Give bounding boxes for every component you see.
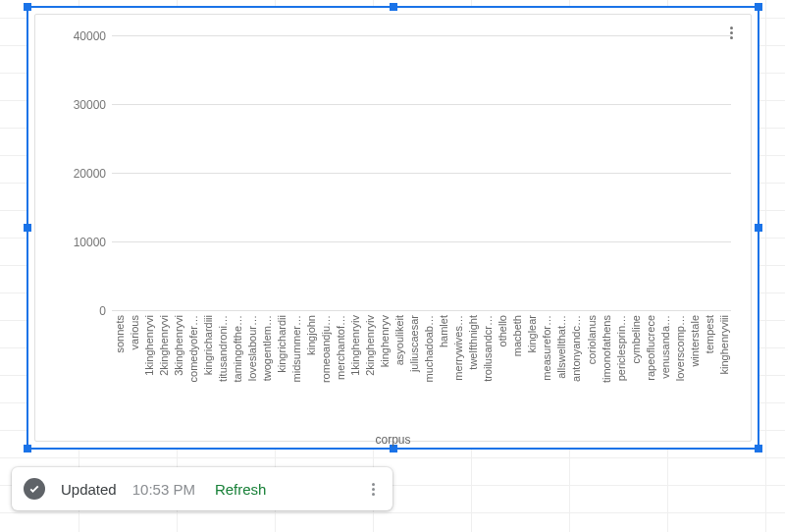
x-label-slot: asyoulikeit bbox=[392, 315, 407, 431]
x-label-slot: troilusandcr… bbox=[481, 315, 496, 431]
y-tick-label: 40000 bbox=[37, 29, 112, 43]
x-label-slot: sonnets bbox=[112, 315, 127, 431]
x-label-slot: merchantof… bbox=[333, 315, 347, 431]
x-label-slot: tempest bbox=[702, 315, 716, 431]
x-tick-label: venusanda… bbox=[659, 315, 671, 379]
x-tick-label: sonnets bbox=[114, 315, 126, 353]
x-tick-label: romeoandju… bbox=[320, 315, 332, 383]
x-label-slot: titusandroni… bbox=[215, 315, 230, 431]
x-label-slot: 3kinghenryvi bbox=[171, 315, 185, 431]
resize-handle-bl[interactable] bbox=[24, 445, 31, 452]
x-label-slot: coriolanus bbox=[584, 315, 599, 431]
x-label-slot: twogentlem… bbox=[259, 315, 274, 431]
x-tick-label: troilusandcr… bbox=[482, 315, 494, 382]
kebab-dot-icon bbox=[730, 31, 733, 34]
resize-handle-lc[interactable] bbox=[24, 224, 31, 232]
x-tick-label: kinglear bbox=[526, 315, 538, 353]
x-tick-label: 2kinghenryvi bbox=[158, 315, 170, 376]
x-label-slot: 1kinghenryiv bbox=[348, 315, 363, 431]
resize-handle-br[interactable] bbox=[755, 445, 762, 452]
x-label-slot: various bbox=[127, 315, 141, 431]
x-axis-labels: sonnetsvarious1kinghenryvi2kinghenryvi3k… bbox=[112, 315, 731, 431]
chart-plot-area: 010000200003000040000 bbox=[112, 36, 731, 311]
status-more-button[interactable] bbox=[359, 475, 387, 503]
x-tick-label: 3kinghenryvi bbox=[173, 315, 184, 376]
kebab-dot-icon bbox=[730, 27, 733, 29]
x-tick-label: kingrichardii bbox=[276, 315, 288, 373]
x-label-slot: othello bbox=[496, 315, 510, 431]
x-tick-label: winterstale bbox=[689, 315, 701, 367]
x-tick-label: macbeth bbox=[511, 315, 523, 356]
x-label-slot: loveslabour… bbox=[244, 315, 259, 431]
x-tick-label: various bbox=[129, 315, 140, 349]
resize-handle-tr[interactable] bbox=[755, 3, 762, 11]
x-tick-label: allswellthat… bbox=[555, 315, 567, 379]
bars-container bbox=[112, 36, 731, 311]
x-tick-label: coriolanus bbox=[586, 315, 598, 364]
x-tick-label: 2kinghenryiv bbox=[364, 315, 376, 376]
x-tick-label: asyoulikeit bbox=[393, 315, 405, 365]
refresh-button[interactable]: Refresh bbox=[215, 481, 267, 498]
x-tick-label: 1kinghenryvi bbox=[143, 315, 155, 376]
x-label-slot: loverscomp… bbox=[672, 315, 687, 431]
x-label-slot: tamingofthe… bbox=[230, 315, 244, 431]
x-label-slot: rapeoflucrece bbox=[643, 315, 657, 431]
x-tick-label: 1kinghenryiv bbox=[349, 315, 361, 376]
x-tick-label: loverscomp… bbox=[674, 315, 686, 381]
x-tick-label: titusandroni… bbox=[217, 315, 229, 382]
x-tick-label: comedyofer… bbox=[187, 315, 199, 382]
kebab-dot-icon bbox=[372, 483, 375, 486]
x-label-slot: 2kinghenryiv bbox=[363, 315, 378, 431]
x-label-slot: hamlet bbox=[437, 315, 451, 431]
x-label-slot: muchadoab… bbox=[422, 315, 437, 431]
x-label-slot: 2kinghenryvi bbox=[156, 315, 171, 431]
y-tick-label: 10000 bbox=[37, 236, 112, 249]
x-label-slot: macbeth bbox=[510, 315, 525, 431]
x-tick-label: kinghenryviii bbox=[718, 315, 730, 375]
y-tick-label: 30000 bbox=[37, 98, 112, 112]
x-label-slot: kingrichardii bbox=[274, 315, 288, 431]
x-axis-title: corpus bbox=[35, 433, 751, 447]
x-label-slot: romeoandju… bbox=[318, 315, 333, 431]
x-label-slot: measurefor… bbox=[540, 315, 554, 431]
resize-handle-tl[interactable] bbox=[24, 3, 31, 11]
y-tick-label: 0 bbox=[37, 304, 112, 318]
x-label-slot: kinghenryviii bbox=[716, 315, 731, 431]
y-tick-label: 20000 bbox=[37, 167, 112, 181]
x-tick-label: tamingofthe… bbox=[232, 315, 243, 382]
x-label-slot: winterstale bbox=[687, 315, 702, 431]
x-tick-label: merchantof… bbox=[335, 315, 346, 380]
x-tick-label: twogentlem… bbox=[261, 315, 273, 381]
x-tick-label: merrywives… bbox=[452, 315, 464, 381]
x-label-slot: juliuscaesar bbox=[407, 315, 422, 431]
x-label-slot: timonofathens bbox=[599, 315, 613, 431]
chart-object[interactable]: 010000200003000040000 sonnetsvarious1kin… bbox=[26, 6, 759, 450]
x-tick-label: periclesprin… bbox=[615, 315, 627, 381]
connected-data-status-bar: Updated 10:53 PM Refresh bbox=[12, 467, 392, 510]
resize-handle-rc[interactable] bbox=[755, 224, 762, 232]
kebab-dot-icon bbox=[372, 493, 375, 496]
x-tick-label: cymbeline bbox=[630, 315, 642, 364]
x-tick-label: measurefor… bbox=[541, 315, 552, 381]
chart-card: 010000200003000040000 sonnetsvarious1kin… bbox=[34, 14, 752, 442]
x-label-slot: antonyandc… bbox=[569, 315, 584, 431]
kebab-dot-icon bbox=[372, 488, 375, 491]
x-tick-label: tempest bbox=[704, 315, 715, 353]
x-tick-label: juliuscaesar bbox=[408, 315, 420, 372]
x-tick-label: kingrichardiii bbox=[202, 315, 214, 375]
resize-handle-tc[interactable] bbox=[390, 3, 397, 11]
x-tick-label: antonyandc… bbox=[570, 315, 582, 382]
x-tick-label: hamlet bbox=[438, 315, 449, 347]
x-tick-label: rapeoflucrece bbox=[645, 315, 656, 381]
status-time: 10:53 PM bbox=[132, 481, 195, 498]
x-label-slot: kinglear bbox=[525, 315, 540, 431]
checkmark-badge-icon bbox=[24, 478, 45, 500]
x-label-slot: kingjohn bbox=[303, 315, 318, 431]
x-label-slot: comedyofer… bbox=[185, 315, 200, 431]
x-tick-label: timonofathens bbox=[601, 315, 612, 383]
x-tick-label: muchadoab… bbox=[423, 315, 435, 383]
x-tick-label: loveslabour… bbox=[246, 315, 258, 381]
x-label-slot: periclesprin… bbox=[613, 315, 628, 431]
x-label-slot: kinghenryv bbox=[378, 315, 392, 431]
x-tick-label: midsummer… bbox=[290, 315, 302, 382]
